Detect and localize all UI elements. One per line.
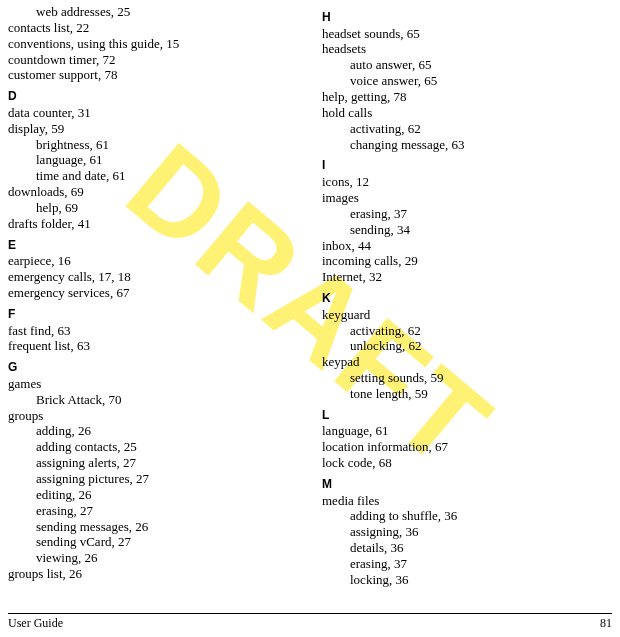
index-letter: G (8, 360, 298, 376)
index-entry: adding, 26 (8, 423, 298, 439)
index-entry: erasing, 37 (322, 556, 612, 572)
index-entry: images (322, 190, 612, 206)
index-entry: lock code, 68 (322, 455, 612, 471)
index-entry: inbox, 44 (322, 238, 612, 254)
index-entry: web addresses, 25 (8, 4, 298, 20)
index-entry: Brick Attack, 70 (8, 392, 298, 408)
index-entry: emergency services, 67 (8, 285, 298, 301)
footer-left: User Guide (8, 616, 63, 631)
index-page: web addresses, 25contacts list, 22conven… (0, 0, 620, 588)
index-entry: changing message, 63 (322, 137, 612, 153)
index-entry: headset sounds, 65 (322, 26, 612, 42)
index-entry: activating, 62 (322, 121, 612, 137)
index-column-right: Hheadset sounds, 65headsetsauto answer, … (322, 4, 612, 588)
index-entry: brightness, 61 (8, 137, 298, 153)
index-entry: viewing, 26 (8, 550, 298, 566)
index-entry: frequent list, 63 (8, 338, 298, 354)
index-entry: data counter, 31 (8, 105, 298, 121)
index-entry: sending, 34 (322, 222, 612, 238)
index-entry: downloads, 69 (8, 184, 298, 200)
index-entry: erasing, 27 (8, 503, 298, 519)
index-entry: groups (8, 408, 298, 424)
index-entry: activating, 62 (322, 323, 612, 339)
index-entry: setting sounds, 59 (322, 370, 612, 386)
index-entry: fast find, 63 (8, 323, 298, 339)
index-letter: F (8, 307, 298, 323)
index-columns: web addresses, 25contacts list, 22conven… (8, 4, 612, 588)
index-entry: voice answer, 65 (322, 73, 612, 89)
index-entry: display, 59 (8, 121, 298, 137)
index-entry: customer support, 78 (8, 67, 298, 83)
index-entry: language, 61 (8, 152, 298, 168)
page-footer: User Guide 81 (8, 613, 612, 631)
index-entry: details, 36 (322, 540, 612, 556)
index-entry: groups list, 26 (8, 566, 298, 582)
index-entry: time and date, 61 (8, 168, 298, 184)
index-letter: I (322, 158, 612, 174)
index-entry: headsets (322, 41, 612, 57)
index-entry: editing, 26 (8, 487, 298, 503)
index-letter: D (8, 89, 298, 105)
index-entry: locking, 36 (322, 572, 612, 588)
index-entry: sending messages, 26 (8, 519, 298, 535)
index-entry: incoming calls, 29 (322, 253, 612, 269)
index-entry: tone length, 59 (322, 386, 612, 402)
index-entry: adding to shuffle, 36 (322, 508, 612, 524)
index-entry: auto answer, 65 (322, 57, 612, 73)
footer-page-number: 81 (600, 616, 612, 631)
index-entry: help, getting, 78 (322, 89, 612, 105)
index-entry: unlocking, 62 (322, 338, 612, 354)
index-entry: media files (322, 493, 612, 509)
index-entry: hold calls (322, 105, 612, 121)
index-entry: emergency calls, 17, 18 (8, 269, 298, 285)
index-entry: sending vCard, 27 (8, 534, 298, 550)
index-entry: earpiece, 16 (8, 253, 298, 269)
index-letter: E (8, 238, 298, 254)
index-column-left: web addresses, 25contacts list, 22conven… (8, 4, 298, 588)
index-entry: icons, 12 (322, 174, 612, 190)
index-letter: H (322, 10, 612, 26)
index-entry: assigning alerts, 27 (8, 455, 298, 471)
index-entry: assigning pictures, 27 (8, 471, 298, 487)
index-entry: countdown timer, 72 (8, 52, 298, 68)
index-letter: L (322, 408, 612, 424)
index-entry: adding contacts, 25 (8, 439, 298, 455)
index-entry: language, 61 (322, 423, 612, 439)
index-entry: contacts list, 22 (8, 20, 298, 36)
index-entry: assigning, 36 (322, 524, 612, 540)
index-entry: help, 69 (8, 200, 298, 216)
index-entry: location information, 67 (322, 439, 612, 455)
index-entry: conventions, using this guide, 15 (8, 36, 298, 52)
index-entry: games (8, 376, 298, 392)
index-entry: keyguard (322, 307, 612, 323)
index-entry: Internet, 32 (322, 269, 612, 285)
index-letter: M (322, 477, 612, 493)
index-entry: erasing, 37 (322, 206, 612, 222)
index-entry: keypad (322, 354, 612, 370)
index-entry: drafts folder, 41 (8, 216, 298, 232)
index-letter: K (322, 291, 612, 307)
